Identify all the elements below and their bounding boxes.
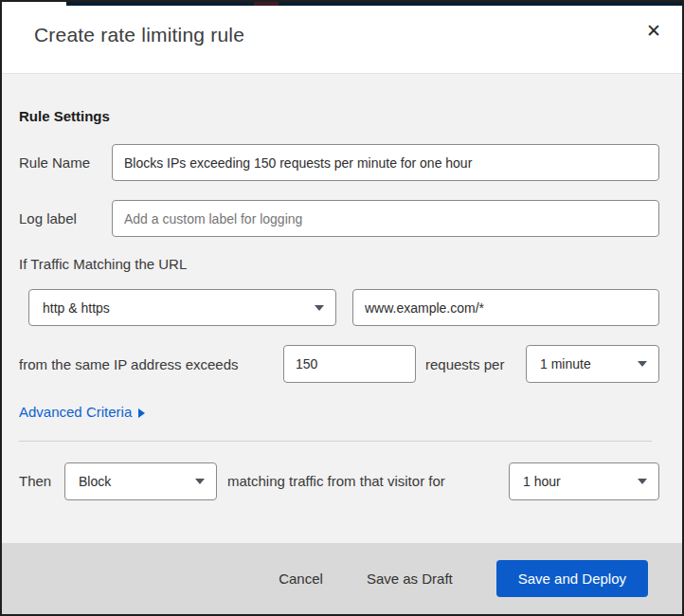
background-page-strip <box>66 2 682 6</box>
then-label: Then <box>19 473 51 489</box>
log-label-label: Log label <box>19 210 77 226</box>
url-pattern-input[interactable] <box>352 289 659 326</box>
dialog-footer: Cancel Save as Draft Save and Deploy <box>2 543 682 614</box>
rule-name-input[interactable] <box>112 144 659 181</box>
create-rate-limiting-rule-dialog: Create rate limiting rule ✕ Rule Setting… <box>0 0 684 616</box>
traffic-match-heading: If Traffic Matching the URL <box>19 256 187 272</box>
scheme-select-value: http & https <box>43 300 110 316</box>
duration-select[interactable]: 1 hour <box>509 462 659 500</box>
chevron-down-icon <box>638 479 647 484</box>
save-and-deploy-button[interactable]: Save and Deploy <box>496 560 648 597</box>
duration-select-value: 1 hour <box>523 474 561 489</box>
cancel-button[interactable]: Cancel <box>279 571 323 587</box>
action-select[interactable]: Block <box>64 462 217 500</box>
action-select-value: Block <box>79 474 111 489</box>
advanced-criteria-label: Advanced Criteria <box>19 404 132 420</box>
matching-traffic-text: matching traffic from that visitor for <box>227 473 445 489</box>
triangle-right-icon <box>138 408 145 418</box>
advanced-criteria-link[interactable]: Advanced Criteria <box>19 404 145 420</box>
close-icon: ✕ <box>646 20 661 42</box>
period-select-value: 1 minute <box>540 356 591 371</box>
chevron-down-icon <box>195 479 205 484</box>
save-as-draft-button[interactable]: Save as Draft <box>367 571 453 587</box>
rule-settings-heading: Rule Settings <box>19 108 110 124</box>
request-count-input[interactable] <box>283 345 416 383</box>
threshold-prefix-text: from the same IP address exceeds <box>19 356 239 372</box>
log-label-input[interactable] <box>112 200 659 237</box>
chevron-down-icon <box>315 305 324 311</box>
background-page-strip-accent <box>254 2 279 6</box>
requests-per-text: requests per <box>425 356 504 372</box>
dialog-body: Rule Settings Rule Name Log label If Tra… <box>2 74 682 543</box>
chevron-down-icon <box>638 361 647 367</box>
rule-name-label: Rule Name <box>19 154 90 171</box>
dialog-header: Create rate limiting rule ✕ <box>2 2 682 73</box>
period-select[interactable]: 1 minute <box>526 345 659 383</box>
section-divider <box>19 441 652 442</box>
scheme-select[interactable]: http & https <box>28 289 336 326</box>
dialog-title: Create rate limiting rule <box>34 24 244 46</box>
close-button[interactable]: ✕ <box>639 15 669 45</box>
